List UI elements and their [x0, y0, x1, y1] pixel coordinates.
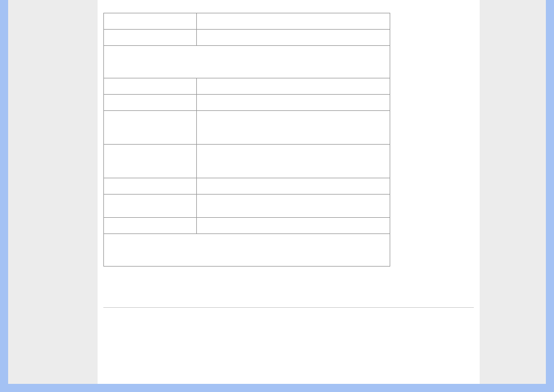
divider	[103, 307, 474, 308]
page-body	[8, 0, 546, 384]
table-cell-label	[104, 30, 197, 46]
table-cell-label	[104, 178, 197, 195]
table-cell-label	[104, 111, 197, 145]
table-cell-span	[104, 46, 390, 78]
table-cell-label	[104, 78, 197, 95]
left-sidebar	[8, 0, 98, 384]
table-cell-value	[197, 195, 390, 218]
table-cell-label	[104, 13, 197, 30]
table-row	[104, 145, 390, 178]
table-cell-label	[104, 195, 197, 218]
table-cell-value	[197, 13, 390, 30]
table-row	[104, 195, 390, 218]
main-content	[98, 0, 480, 384]
table-cell-value	[197, 95, 390, 111]
table-row	[104, 111, 390, 145]
table-cell-value	[197, 145, 390, 178]
table-row	[104, 30, 390, 46]
table-row	[104, 218, 390, 234]
table-cell-value	[197, 78, 390, 95]
table-row	[104, 178, 390, 195]
table-row	[104, 13, 390, 30]
table-cell-value	[197, 111, 390, 145]
page-frame	[0, 0, 554, 392]
table-row	[104, 95, 390, 111]
table-cell-span	[104, 234, 390, 267]
table-cell-label	[104, 218, 197, 234]
details-table	[103, 13, 390, 267]
table-row	[104, 46, 390, 78]
table-cell-value	[197, 178, 390, 195]
right-sidebar	[480, 0, 546, 384]
table-cell-label	[104, 95, 197, 111]
table-cell-value	[197, 30, 390, 46]
table-cell-label	[104, 145, 197, 178]
table-row	[104, 234, 390, 267]
table-cell-value	[197, 218, 390, 234]
table-row	[104, 78, 390, 95]
